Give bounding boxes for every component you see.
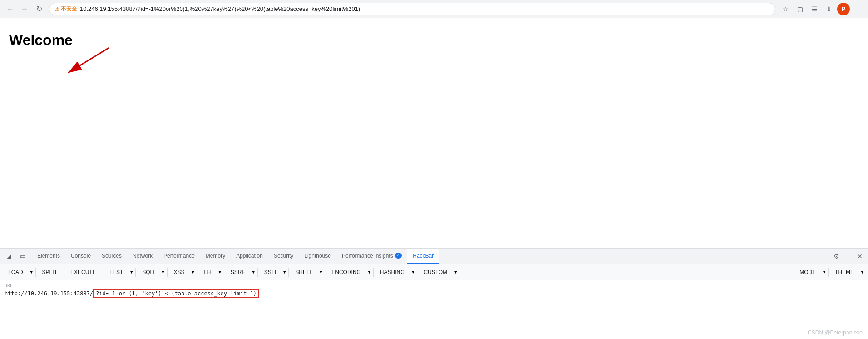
tab-security[interactable]: Security bbox=[268, 249, 299, 264]
divider-4 bbox=[135, 268, 136, 277]
back-button[interactable]: ← bbox=[4, 3, 16, 15]
devtools-tabs-bar: ◢ ▭ Elements Console Sources Network Per… bbox=[0, 249, 868, 264]
hackbar-url-area: URL http://10.246.19.155:43887/ ?id=-1 o… bbox=[0, 280, 868, 339]
devtools-close-icon[interactable]: ✕ bbox=[854, 251, 865, 262]
device-toggle-icon[interactable]: ▭ bbox=[17, 251, 28, 262]
tab-lighthouse[interactable]: Lighthouse bbox=[299, 249, 336, 264]
url-params[interactable]: ?id=-1 or (1, 'key') < (table access_key… bbox=[93, 289, 259, 298]
hashing-button[interactable]: HASHING bbox=[375, 267, 409, 277]
divider-5 bbox=[167, 268, 168, 277]
ssrf-dropdown-arrow[interactable]: ▼ bbox=[252, 270, 256, 274]
url-display: 10.246.19.155:43887/?id=-1%20or%20(1,%20… bbox=[80, 5, 360, 12]
tab-hackbar[interactable]: HackBar bbox=[407, 249, 439, 264]
custom-dropdown-arrow[interactable]: ▼ bbox=[454, 270, 458, 274]
divider-8 bbox=[257, 268, 258, 277]
ssrf-button[interactable]: SSRF bbox=[226, 267, 250, 277]
theme-button[interactable]: THEME bbox=[830, 267, 858, 277]
tab-console[interactable]: Console bbox=[65, 249, 96, 264]
hashing-dropdown-arrow[interactable]: ▼ bbox=[411, 270, 415, 274]
chrome-actions: ☆ ▢ ☰ ⇓ P ⋮ bbox=[779, 3, 864, 15]
tab-performance[interactable]: Performance bbox=[158, 249, 200, 264]
hackbar-toolbar: LOAD ▼ SPLIT EXECUTE TEST ▼ SQLI ▼ XSS ▼… bbox=[0, 264, 868, 280]
annotation-arrow bbox=[59, 43, 113, 80]
sqli-button[interactable]: SQLI bbox=[138, 267, 159, 277]
shell-dropdown-arrow[interactable]: ▼ bbox=[319, 270, 323, 274]
browser-chrome: ← → ↻ ⚠ 不安全 10.246.19.155:43887/?id=-1%2… bbox=[0, 0, 868, 18]
url-input-container: http://10.246.19.155:43887/ ?id=-1 or (1… bbox=[5, 289, 863, 298]
tab-application[interactable]: Application bbox=[231, 249, 268, 264]
url-prefix: http://10.246.19.155:43887/ bbox=[5, 290, 93, 297]
encoding-button[interactable]: ENCODING bbox=[327, 267, 365, 277]
divider-3 bbox=[103, 268, 103, 277]
security-badge: ⚠ 不安全 bbox=[55, 5, 77, 13]
xss-button[interactable]: XSS bbox=[169, 267, 189, 277]
nav-buttons: ← → ↻ bbox=[4, 3, 45, 15]
ssti-dropdown-arrow[interactable]: ▼ bbox=[282, 270, 286, 274]
encoding-dropdown-arrow[interactable]: ▼ bbox=[367, 270, 371, 274]
mode-button[interactable]: MODE bbox=[795, 267, 820, 277]
divider-13 bbox=[828, 268, 829, 277]
divider-1 bbox=[35, 268, 36, 277]
shell-button[interactable]: SHELL bbox=[291, 267, 317, 277]
tab-sources[interactable]: Sources bbox=[96, 249, 127, 264]
devtools-settings-icon[interactable]: ⚙ bbox=[831, 251, 842, 262]
bookmark-icon[interactable]: ☆ bbox=[779, 3, 792, 15]
bookmarks-bar-icon[interactable]: ☰ bbox=[808, 3, 821, 15]
theme-dropdown-arrow[interactable]: ▼ bbox=[860, 270, 864, 274]
menu-icon[interactable]: ⋮ bbox=[852, 3, 864, 15]
extensions-icon[interactable]: ▢ bbox=[794, 3, 806, 15]
address-bar[interactable]: ⚠ 不安全 10.246.19.155:43887/?id=-1%20or%20… bbox=[49, 3, 775, 15]
watermark: CSDN @Peterpan.exe bbox=[808, 329, 863, 336]
svg-line-1 bbox=[68, 48, 109, 73]
warning-icon: ⚠ bbox=[55, 6, 60, 12]
devtools-more-icon[interactable]: ⋮ bbox=[843, 251, 853, 262]
divider-11 bbox=[373, 268, 374, 277]
divider-12 bbox=[417, 268, 417, 277]
devtools-actions: ⚙ ⋮ ✕ bbox=[828, 249, 868, 264]
tab-memory[interactable]: Memory bbox=[200, 249, 231, 264]
ssti-button[interactable]: SSTI bbox=[260, 267, 281, 277]
toolbar-right: MODE ▼ THEME ▼ bbox=[795, 267, 864, 277]
url-label: URL bbox=[5, 283, 863, 288]
reload-button[interactable]: ↻ bbox=[33, 3, 45, 15]
sqli-dropdown-arrow[interactable]: ▼ bbox=[161, 270, 165, 274]
devtools-panel: ◢ ▭ Elements Console Sources Network Per… bbox=[0, 248, 868, 339]
load-dropdown-arrow[interactable]: ▼ bbox=[30, 270, 34, 274]
test-button[interactable]: TEST bbox=[105, 267, 128, 277]
load-button[interactable]: LOAD bbox=[4, 267, 28, 277]
test-dropdown-arrow[interactable]: ▼ bbox=[129, 270, 133, 274]
inspect-element-icon[interactable]: ◢ bbox=[4, 251, 15, 262]
tab-elements[interactable]: Elements bbox=[32, 249, 65, 264]
execute-button[interactable]: EXECUTE bbox=[66, 267, 101, 277]
xss-dropdown-arrow[interactable]: ▼ bbox=[191, 270, 195, 274]
forward-button[interactable]: → bbox=[18, 3, 31, 15]
devtools-icon-buttons: ◢ ▭ bbox=[0, 249, 32, 264]
mode-dropdown-arrow[interactable]: ▼ bbox=[822, 270, 826, 274]
lfi-dropdown-arrow[interactable]: ▼ bbox=[218, 270, 222, 274]
custom-button[interactable]: CUSTOM bbox=[419, 267, 452, 277]
download-icon[interactable]: ⇓ bbox=[823, 3, 835, 15]
tab-network[interactable]: Network bbox=[127, 249, 158, 264]
divider-10 bbox=[325, 268, 325, 277]
divider-6 bbox=[197, 268, 197, 277]
performance-insights-badge: 4 bbox=[395, 253, 402, 259]
page-content: Welcome bbox=[0, 18, 868, 248]
split-button[interactable]: SPLIT bbox=[38, 267, 62, 277]
lfi-button[interactable]: LFI bbox=[199, 267, 216, 277]
hackbar-content: URL http://10.246.19.155:43887/ ?id=-1 o… bbox=[0, 280, 868, 339]
page-title: Welcome bbox=[0, 18, 868, 62]
divider-7 bbox=[224, 268, 224, 277]
divider-2 bbox=[64, 268, 64, 277]
profile-button[interactable]: P bbox=[837, 3, 850, 15]
tab-performance-insights[interactable]: Performance insights 4 bbox=[336, 249, 407, 264]
divider-9 bbox=[288, 268, 289, 277]
